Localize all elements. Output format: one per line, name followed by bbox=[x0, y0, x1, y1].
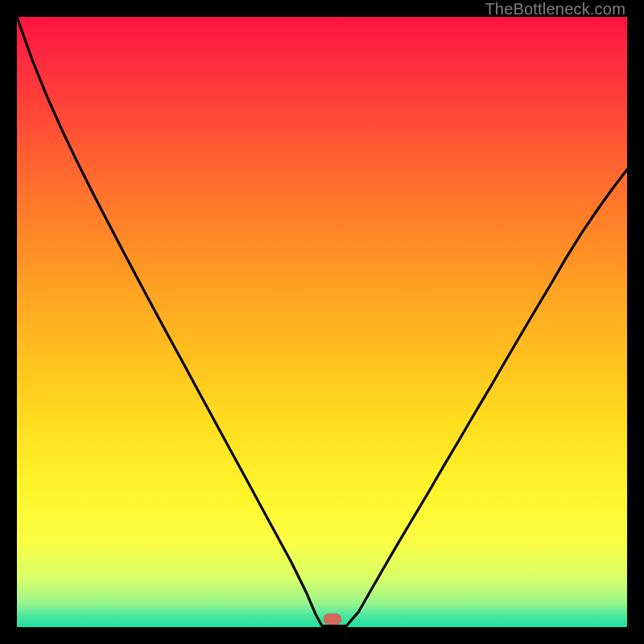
selected-point-marker bbox=[323, 613, 341, 625]
curve-path bbox=[17, 17, 627, 626]
watermark-text: TheBottleneck.com bbox=[485, 0, 625, 19]
plot-area bbox=[17, 17, 627, 627]
bottleneck-curve bbox=[17, 17, 627, 627]
chart-frame: TheBottleneck.com bbox=[0, 0, 644, 644]
